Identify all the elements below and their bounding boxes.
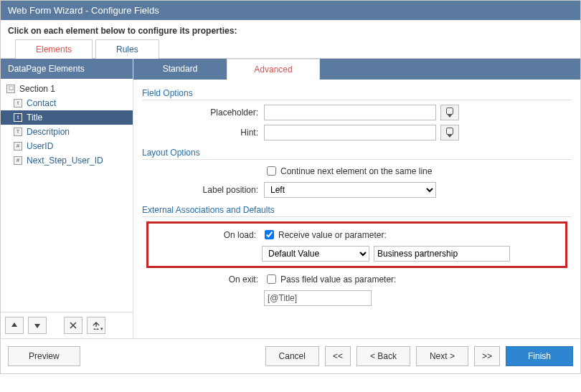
wizard-window: Web Form Wizard - Configure Fields Click… <box>0 0 581 374</box>
delete-button[interactable] <box>64 317 82 334</box>
subtab-advanced[interactable]: Advanced <box>227 59 320 80</box>
onload-mode-select[interactable]: Default Value <box>262 246 369 262</box>
tree-item-contact[interactable]: t Contact <box>1 96 133 110</box>
placeholder-label: Placeholder: <box>142 107 264 118</box>
onload-label: On load: <box>153 230 262 240</box>
tree-item-label: Section 1 <box>19 84 55 94</box>
hint-input[interactable] <box>264 125 436 140</box>
onexit-checkbox[interactable] <box>267 274 276 284</box>
onexit-label: On exit: <box>142 274 264 285</box>
instruction-text: Click on each element below to configure… <box>1 20 580 39</box>
tab-rules[interactable]: Rules <box>95 39 159 59</box>
workarea: DataPage Elements ☐ Section 1 t Contact … <box>1 59 580 338</box>
tree-item-section[interactable]: ☐ Section 1 <box>1 82 133 96</box>
finish-button[interactable]: Finish <box>506 346 573 366</box>
placeholder-picker-button[interactable] <box>440 105 459 120</box>
arrow-up-icon <box>11 322 18 329</box>
insert-button[interactable]: ▾ <box>87 317 105 334</box>
number-icon: # <box>14 156 22 165</box>
arrow-down-icon <box>34 322 41 329</box>
content-pane: Standard Advanced Field Options Placehol… <box>133 59 580 338</box>
tree-item-title[interactable]: t Title <box>1 110 133 125</box>
tree-item-label: Title <box>27 113 42 123</box>
text-icon: t <box>14 113 22 122</box>
tree-item-label: Descritpion <box>27 127 70 137</box>
placeholder-input[interactable] <box>264 105 436 120</box>
sidebar-header: DataPage Elements <box>1 59 133 79</box>
tree-item-description[interactable]: T Descritpion <box>1 125 133 139</box>
titlebar: Web Form Wizard - Configure Fields <box>1 1 580 20</box>
tab-elements[interactable]: Elements <box>15 39 93 59</box>
onexit-value-input[interactable] <box>264 290 372 306</box>
section-icon: ☐ <box>6 85 15 93</box>
sidebar: DataPage Elements ☐ Section 1 t Contact … <box>1 59 133 338</box>
onexit-check-label: Pass field value as parameter: <box>280 274 396 285</box>
element-tree: ☐ Section 1 t Contact t Title T Descritp… <box>1 79 133 312</box>
textarea-icon: T <box>14 128 22 136</box>
next-button[interactable]: Next > <box>416 346 468 366</box>
back-button[interactable]: < Back <box>356 346 410 366</box>
tree-item-label: Next_Step_User_ID <box>27 156 103 166</box>
last-button[interactable]: >> <box>474 346 500 366</box>
tree-item-userid[interactable]: # UserID <box>1 139 133 153</box>
sidebar-toolbar: ▾ <box>1 312 133 338</box>
move-up-button[interactable] <box>5 317 24 334</box>
cancel-button[interactable]: Cancel <box>265 346 319 366</box>
field-options-header: Field Options <box>142 85 572 100</box>
preview-button[interactable]: Preview <box>8 346 80 366</box>
layout-options-header: Layout Options <box>142 145 572 160</box>
subtab-standard[interactable]: Standard <box>133 59 227 80</box>
close-icon <box>70 322 77 329</box>
text-icon: t <box>14 99 22 107</box>
tree-item-label: UserID <box>27 141 53 151</box>
hint-label: Hint: <box>142 128 264 138</box>
sub-tabs: Standard Advanced <box>133 59 580 80</box>
hint-picker-button[interactable] <box>440 125 459 140</box>
advanced-panel: Field Options Placeholder: Hint: Layout … <box>133 80 580 338</box>
label-position-select[interactable]: Left <box>264 182 436 198</box>
onload-checkbox[interactable] <box>265 230 274 239</box>
onload-value-input[interactable] <box>374 246 510 262</box>
onload-highlight: On load: Receive value or parameter: Def… <box>146 221 567 268</box>
move-down-button[interactable] <box>28 317 47 334</box>
main-tabs: Elements Rules <box>1 39 580 59</box>
number-icon: # <box>14 142 22 150</box>
onload-check-label: Receive value or parameter: <box>278 230 387 240</box>
footer-bar: Preview Cancel << < Back Next > >> Finis… <box>1 338 580 373</box>
first-button[interactable]: << <box>325 346 351 366</box>
insert-icon: ▾ <box>92 321 100 330</box>
continue-checkbox[interactable] <box>267 166 276 176</box>
tree-item-nextstepuserid[interactable]: # Next_Step_User_ID <box>1 153 133 168</box>
external-associations-header: External Associations and Defaults <box>142 202 572 217</box>
tree-item-label: Contact <box>27 98 56 108</box>
label-position-label: Label position: <box>142 185 264 195</box>
continue-label: Continue next element on the same line <box>280 166 432 176</box>
